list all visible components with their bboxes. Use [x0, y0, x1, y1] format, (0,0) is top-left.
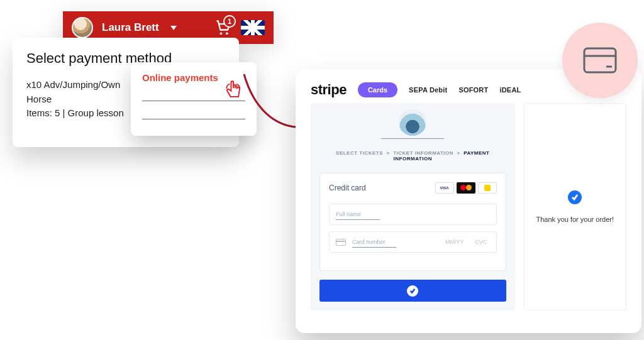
svg-point-1: [226, 32, 228, 35]
card-brand-icons: VISA: [435, 182, 497, 194]
credit-card-label: Credit card: [329, 184, 366, 192]
merchant-avatar: [399, 109, 426, 136]
order-confirmation: Thank you for your order!: [524, 103, 626, 310]
pointer-hand-icon: [223, 79, 245, 101]
cvc-input[interactable]: CVC: [473, 239, 490, 245]
avatar[interactable]: [72, 17, 93, 38]
svg-point-0: [220, 32, 223, 35]
tab-cards[interactable]: Cards: [358, 82, 397, 97]
language-flag-uk[interactable]: [241, 20, 265, 35]
full-name-input[interactable]: Full name: [329, 204, 497, 225]
mastercard-icon: [457, 182, 475, 194]
card-number-input[interactable]: Card number MM/YY CVC: [329, 231, 497, 253]
credit-card-box: Credit card VISA Full name Card number M…: [319, 173, 506, 271]
user-name[interactable]: Laura Brett: [102, 21, 159, 34]
bancontact-icon: [478, 182, 497, 194]
visa-icon: VISA: [435, 182, 454, 194]
breadcrumb: SELECT TICKETS > TICKET INFORMATION > PA…: [319, 150, 506, 162]
stripe-checkout-window: stripe Cards SEPA Debit SOFORT iDEAL SEL…: [296, 69, 641, 333]
tab-ideal[interactable]: iDEAL: [499, 86, 521, 94]
svg-rect-2: [584, 48, 616, 72]
thank-you-text: Thank you for your order!: [536, 216, 614, 223]
cart-button[interactable]: 1: [214, 19, 232, 36]
success-check-icon: [568, 190, 582, 204]
tab-sofort[interactable]: SOFORT: [458, 86, 488, 94]
submit-payment-button[interactable]: [319, 280, 506, 302]
credit-card-hero-icon: [562, 23, 638, 98]
expiry-input[interactable]: MM/YY: [443, 239, 467, 245]
check-icon: [407, 285, 418, 297]
checkout-form: SELECT TICKETS > TICKET INFORMATION > PA…: [311, 103, 515, 310]
tab-sepa-debit[interactable]: SEPA Debit: [409, 86, 447, 94]
cart-count-badge: 1: [223, 15, 236, 28]
stripe-logo: stripe: [311, 82, 347, 98]
online-payments-option[interactable]: Online payments: [131, 62, 257, 136]
chevron-down-icon[interactable]: [170, 26, 177, 30]
card-icon: [336, 239, 346, 246]
